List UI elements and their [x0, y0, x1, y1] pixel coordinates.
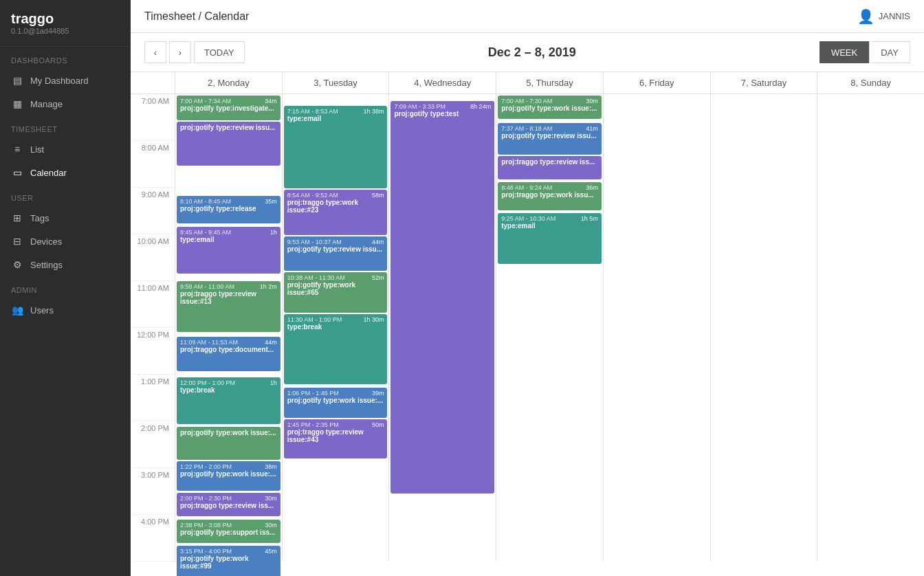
app-name: traggo [11, 11, 120, 27]
user-avatar-icon: 👤 [857, 8, 874, 25]
event-tue-145[interactable]: 50m 1:45 PM - 2:35 PM proj:traggo type:r… [284, 419, 388, 458]
page-title: Timesheet / Calendar [144, 10, 249, 23]
event-tue-106[interactable]: 39m 1:06 PM - 1:45 PM proj:gotify type:w… [284, 388, 388, 418]
users-icon: 👥 [11, 304, 23, 316]
dashboards-section-label: Dashboards [0, 47, 131, 69]
admin-section-label: Admin [0, 276, 131, 298]
calendar-icon: ▭ [11, 166, 23, 179]
event-thu-review-iss[interactable]: proj:traggo type:review iss... [498, 156, 602, 179]
day-header-sat: 7, Saturday [710, 72, 817, 93]
sidebar-item-settings[interactable]: ⚙ Settings [0, 253, 131, 276]
day-col-saturday [710, 94, 817, 562]
prev-button[interactable]: ‹ [144, 41, 166, 63]
day-header-thu: 5, Thursday [496, 72, 603, 93]
next-button[interactable]: › [169, 41, 191, 63]
time-slot-9am: 9:00 AM [131, 188, 175, 234]
time-slot-1pm: 1:00 PM [131, 375, 175, 421]
week-view-button[interactable]: WEEK [820, 41, 869, 63]
day-col-sunday [817, 94, 924, 562]
view-toggle: WEEK DAY [820, 41, 910, 63]
event-mon-238[interactable]: 30m 2:38 PM - 3:08 PM proj:gotify type:s… [177, 520, 280, 543]
today-button[interactable]: TODAY [194, 41, 245, 63]
event-mon-review13[interactable]: 1h 2m 9:58 AM - 11:00 AM proj:traggo typ… [177, 281, 280, 332]
calendar-grid: 2, Monday 3, Tuesday 4, Wednesday 5, Thu… [131, 72, 924, 576]
event-tue-email[interactable]: 1h 38m 7:15 AM - 8:53 AM type:email [284, 106, 388, 188]
day-col-thursday: 30m 7:00 AM - 7:30 AM proj:gotify type:w… [496, 94, 603, 562]
event-thu-848[interactable]: 36m 8:48 AM - 9:24 AM proj:traggo type:w… [498, 182, 602, 210]
day-header-wed: 4, Wednesday [388, 72, 496, 93]
settings-icon: ⚙ [11, 258, 23, 271]
tags-icon: ⊞ [11, 212, 23, 224]
time-slot-3pm: 3:00 PM [131, 468, 175, 515]
sidebar-item-devices[interactable]: ⊟ Devices [0, 230, 131, 253]
event-mon-122[interactable]: 38m 1:22 PM - 2:00 PM proj:gotify type:w… [177, 461, 280, 491]
day-header-fri: 6, Friday [603, 72, 710, 93]
user-section-label: User [0, 184, 131, 206]
calendar-toolbar: ‹ › TODAY Dec 2 – 8, 2019 WEEK DAY [131, 33, 924, 72]
sidebar-item-label: List [30, 144, 44, 155]
sidebar-item-label: Users [30, 305, 54, 315]
list-icon: ≡ [11, 143, 23, 155]
event-mon-315[interactable]: 45m 3:15 PM - 4:00 PM proj:gotify type:w… [177, 546, 280, 576]
event-thu-737[interactable]: 41m 7:37 AM - 8:18 AM proj:gotify type:r… [498, 123, 602, 155]
event-thu-925[interactable]: 1h 5m 9:25 AM - 10:30 AM type:email [498, 213, 602, 264]
day-col-wednesday: 8h 24m 7:09 AM - 3:33 PM proj:gotify typ… [388, 94, 496, 562]
time-slot-2pm: 2:00 PM [131, 421, 175, 468]
event-mon-1[interactable]: 34m 7:00 AM - 7:34 AM proj:gotify type:i… [177, 96, 280, 120]
sidebar-item-my-dashboard[interactable]: ▤ My Dashboard [0, 69, 131, 92]
event-mon-200[interactable]: 30m 2:00 PM - 2:30 PM proj:traggo type:r… [177, 493, 280, 516]
event-mon-document[interactable]: 44m 11:09 AM - 11:53 AM proj:traggo type… [177, 337, 280, 371]
time-slot-7am: 7:00 AM [131, 94, 175, 141]
sidebar-item-calendar[interactable]: ▭ Calendar [0, 161, 131, 184]
event-mon-review[interactable]: proj:gotify type:review issu... [177, 122, 280, 166]
sidebar-item-list[interactable]: ≡ List [0, 137, 131, 161]
day-header-mon: 2, Monday [175, 72, 282, 93]
sidebar-item-label: My Dashboard [30, 76, 89, 86]
day-col-tuesday: 1h 38m 7:15 AM - 8:53 AM type:email 58m … [282, 94, 389, 562]
user-info: 👤 JANNIS [857, 8, 910, 25]
sidebar-item-tags[interactable]: ⊞ Tags [0, 206, 131, 230]
time-column: 7:00 AM 8:00 AM 9:00 AM 10:00 AM 11:00 A… [131, 94, 175, 562]
sidebar-item-manage[interactable]: ▦ Manage [0, 92, 131, 115]
dashboard-icon: ▤ [11, 74, 23, 87]
app-version: 0.1.0@1ad44885 [11, 27, 120, 35]
sidebar-item-label: Devices [30, 236, 62, 247]
timesheet-section-label: Timesheet [0, 115, 131, 137]
event-tue-review[interactable]: 44m 9:53 AM - 10:37 AM proj:gotify type:… [284, 236, 388, 271]
time-slot-10am: 10:00 AM [131, 234, 175, 281]
sidebar-item-label: Tags [30, 213, 49, 223]
sidebar-item-label: Manage [30, 99, 63, 109]
calendar-header: 2, Monday 3, Tuesday 4, Wednesday 5, Thu… [131, 72, 924, 94]
date-range: Dec 2 – 8, 2019 [488, 45, 576, 60]
calendar-body: 7:00 AM 8:00 AM 9:00 AM 10:00 AM 11:00 A… [131, 94, 924, 562]
manage-icon: ▦ [11, 98, 23, 110]
sidebar-item-users[interactable]: 👥 Users [0, 298, 131, 322]
time-header [131, 72, 175, 93]
event-tue-work65[interactable]: 52m 10:38 AM - 11:30 AM proj:gotify type… [284, 272, 388, 313]
event-mon-2[interactable]: 35m 8:10 AM - 8:45 AM proj:gotify type:r… [177, 196, 280, 223]
time-slot-12pm: 12:00 PM [131, 328, 175, 375]
day-col-friday [603, 94, 710, 562]
event-thu-700[interactable]: 30m 7:00 AM - 7:30 AM proj:gotify type:w… [498, 96, 602, 119]
main-content: Timesheet / Calendar 👤 JANNIS ‹ › TODAY … [131, 0, 924, 576]
devices-icon: ⊟ [11, 235, 23, 247]
time-slot-8am: 8:00 AM [131, 141, 175, 188]
day-col-monday: 34m 7:00 AM - 7:34 AM proj:gotify type:i… [175, 94, 282, 562]
event-wed-test[interactable]: 8h 24m 7:09 AM - 3:33 PM proj:gotify typ… [390, 101, 494, 494]
calendar-nav: ‹ › TODAY [144, 41, 245, 63]
event-mon-email[interactable]: 1h 8:45 AM - 9:45 AM type:email [177, 227, 280, 274]
event-tue-work23[interactable]: 58m 8:54 AM - 9:52 AM proj:traggo type:w… [284, 190, 388, 235]
user-name: JANNIS [879, 11, 910, 21]
time-slot-11am: 11:00 AM [131, 281, 175, 328]
day-header-tue: 3, Tuesday [282, 72, 389, 93]
event-mon-work-issue-bottom[interactable]: proj:gotify type:work issue:... [177, 427, 280, 460]
day-header-sun: 8, Sunday [817, 72, 924, 93]
event-tue-break[interactable]: 1h 30m 11:30 AM - 1:00 PM type:break [284, 314, 388, 384]
day-view-button[interactable]: DAY [869, 41, 910, 63]
sidebar-item-label: Settings [30, 260, 63, 270]
time-slot-4pm: 4:00 PM [131, 515, 175, 562]
sidebar-item-label: Calendar [30, 168, 67, 178]
topbar: Timesheet / Calendar 👤 JANNIS [131, 0, 924, 33]
event-mon-break[interactable]: 1h 12:00 PM - 1:00 PM type:break [177, 377, 280, 424]
sidebar-logo: traggo 0.1.0@1ad44885 [0, 0, 131, 47]
